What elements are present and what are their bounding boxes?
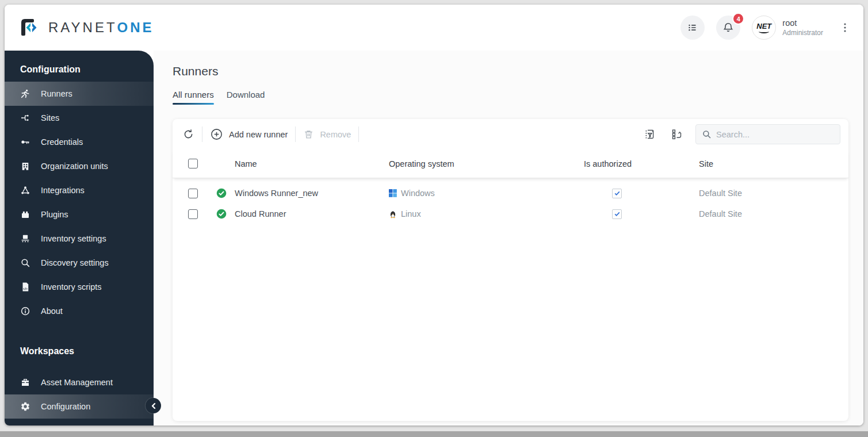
search-box	[695, 124, 840, 144]
sidebar-item-organization-units[interactable]: Organization units	[5, 154, 154, 178]
sidebar-item-label: Runners	[41, 89, 72, 98]
sidebar-item-label: Inventory settings	[41, 234, 106, 243]
brand-wordmark: RAYNETONE	[48, 20, 154, 36]
runner-name: Cloud Runner	[235, 209, 389, 218]
windows-logo-icon	[389, 189, 397, 197]
toolbar-separator	[202, 126, 202, 142]
sidebar-item-inventory-settings[interactable]: Inventory settings	[5, 227, 154, 251]
sidebar-item-label: About	[41, 306, 63, 316]
brand-logo: RAYNETONE	[18, 16, 154, 39]
sidebar-collapse-button[interactable]	[146, 398, 161, 413]
select-all-checkbox[interactable]	[188, 159, 198, 168]
sidebar-item-plugins[interactable]: Plugins	[5, 202, 154, 227]
runner-name: Windows Runner_new	[235, 189, 389, 198]
column-header-os[interactable]: Operating system	[389, 159, 584, 168]
grid-toolbar: Add new runner Remove	[173, 119, 848, 150]
kebab-menu-icon	[840, 22, 850, 33]
sidebar-item-label: Asset Management	[41, 378, 113, 387]
toolbar-separator	[295, 126, 296, 142]
briefcase-icon	[20, 377, 30, 388]
sidebar-item-label: Credentials	[41, 137, 83, 147]
row-checkbox[interactable]	[188, 189, 198, 198]
is-authorized-checkbox[interactable]	[612, 209, 622, 219]
runners-panel: Add new runner Remove	[173, 119, 848, 421]
page-title: Runners	[173, 64, 848, 78]
sidebar-item-configuration[interactable]: Configuration	[5, 394, 154, 419]
main-content: Runners All runners Download	[154, 51, 863, 425]
sidebar-item-label: Plugins	[41, 210, 68, 219]
search-input[interactable]	[716, 130, 834, 139]
column-header-site[interactable]: Site	[699, 159, 848, 168]
sidebar-item-label: Discovery settings	[41, 258, 109, 267]
user-info: root Administrator	[782, 18, 823, 37]
sidebar-item-label: Configuration	[41, 402, 90, 411]
remove-label: Remove	[320, 130, 351, 139]
sidebar-item-credentials[interactable]: Credentials	[5, 130, 154, 154]
chevron-left-icon	[150, 402, 157, 409]
trash-icon	[303, 129, 314, 140]
runner-os: Windows	[401, 189, 435, 198]
table-row[interactable]: Cloud Runner Linux	[173, 204, 848, 224]
sidebar-item-label: Integrations	[41, 186, 85, 195]
row-checkbox[interactable]	[188, 209, 198, 219]
column-header-authorized[interactable]: Is authorized	[584, 159, 699, 168]
sidebar-item-label: Organization units	[41, 162, 108, 171]
sidebar: Configuration Runners	[5, 51, 154, 425]
top-header: RAYNETONE 4 NET	[5, 5, 863, 51]
runner-site: Default Site	[699, 209, 848, 218]
sidebar-item-inventory-scripts[interactable]: Inventory scripts	[5, 275, 154, 299]
script-file-icon	[20, 282, 30, 292]
table-header: Name Operating system Is authorized Site	[173, 150, 848, 178]
remove-button[interactable]: Remove	[303, 129, 351, 140]
user-avatar[interactable]: NET	[752, 16, 776, 40]
conveyor-icon	[20, 233, 30, 244]
integrations-icon	[20, 185, 30, 195]
window-frame: RAYNETONE 4 NET	[0, 0, 868, 431]
runner-os: Linux	[401, 209, 421, 218]
filter-builder-button[interactable]	[644, 128, 656, 140]
plugin-icon	[20, 209, 30, 220]
avatar-swoosh	[759, 30, 769, 33]
runner-site: Default Site	[699, 189, 848, 198]
sidebar-section-configuration: Configuration	[5, 59, 154, 82]
sidebar-item-about[interactable]: About	[5, 299, 154, 323]
sidebar-item-label: Sites	[41, 113, 59, 122]
column-chooser-icon	[671, 128, 683, 140]
is-authorized-checkbox[interactable]	[612, 189, 622, 198]
search-icon	[702, 129, 712, 139]
toolbar-separator	[358, 126, 359, 142]
task-list-icon	[686, 21, 699, 34]
sidebar-item-sites[interactable]: Sites	[5, 106, 154, 130]
more-menu-button[interactable]	[840, 22, 850, 33]
building-icon	[20, 161, 30, 171]
filter-icon	[644, 128, 656, 140]
table-row[interactable]: Windows Runner_new Windows	[173, 183, 848, 204]
user-role: Administrator	[782, 29, 823, 37]
user-name: root	[782, 18, 823, 28]
task-list-button[interactable]	[680, 16, 705, 40]
gear-icon	[20, 401, 30, 412]
status-online-icon	[216, 188, 227, 198]
tab-download[interactable]: Download	[227, 90, 265, 105]
header-actions: 4 NET root Administrator	[680, 16, 850, 40]
avatar-text: NET	[756, 22, 771, 30]
sidebar-item-discovery-settings[interactable]: Discovery settings	[5, 251, 154, 275]
linux-logo-icon	[389, 210, 397, 218]
column-chooser-button[interactable]	[671, 128, 683, 140]
sidebar-item-integrations[interactable]: Integrations	[5, 178, 154, 202]
key-icon	[20, 137, 30, 147]
column-header-name[interactable]: Name	[235, 159, 389, 168]
refresh-button[interactable]	[182, 128, 194, 140]
notifications-button[interactable]: 4	[716, 16, 740, 40]
sidebar-item-runners[interactable]: Runners	[5, 82, 154, 106]
refresh-icon	[182, 128, 194, 140]
sites-icon	[20, 113, 30, 123]
add-new-runner-button[interactable]: Add new runner	[210, 128, 288, 141]
runner-icon	[20, 89, 30, 99]
tab-all-runners[interactable]: All runners	[173, 90, 214, 105]
info-icon	[20, 306, 30, 316]
sidebar-item-asset-management[interactable]: Asset Management	[5, 370, 154, 394]
tab-bar: All runners Download	[173, 90, 848, 105]
plus-circle-icon	[210, 128, 223, 141]
notification-badge: 4	[732, 13, 744, 25]
